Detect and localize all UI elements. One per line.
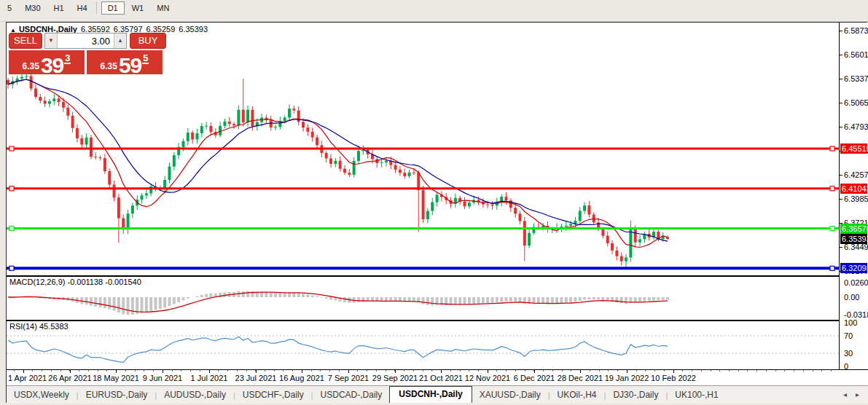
timeframe-button-w1[interactable]: W1 bbox=[126, 1, 150, 15]
date-tick bbox=[70, 370, 71, 373]
chart-tab-audusd-daily[interactable]: AUDUSD-,Daily bbox=[157, 388, 233, 403]
date-minor-tick bbox=[608, 370, 609, 371]
volume-increase-icon[interactable]: ▲ bbox=[114, 34, 126, 48]
date-tick bbox=[302, 370, 302, 373]
date-axis-label: 1 Jul 2021 bbox=[191, 374, 228, 382]
chart-tab-usdcnh-daily[interactable]: USDCNH-,Daily bbox=[389, 386, 472, 403]
date-minor-tick bbox=[311, 370, 312, 371]
date-minor-tick bbox=[144, 370, 144, 371]
date-tick bbox=[488, 370, 488, 373]
date-minor-tick bbox=[431, 370, 432, 371]
chart-tab-usdx-weekly[interactable]: USDX,Weekly bbox=[7, 388, 77, 403]
buy-price-panel[interactable]: 6.35 59 5 bbox=[87, 50, 163, 74]
buy-price-prefix: 6.35 bbox=[101, 61, 117, 71]
date-tick bbox=[673, 370, 674, 373]
price-axis-label: 6.58730 bbox=[844, 26, 868, 36]
date-minor-tick bbox=[376, 370, 377, 371]
date-tick bbox=[256, 370, 257, 373]
date-minor-tick bbox=[190, 370, 191, 371]
timeframe-button-mn[interactable]: MN bbox=[151, 1, 175, 15]
price-axis-tick bbox=[840, 199, 842, 200]
tab-scroll-left-icon[interactable]: ◂ bbox=[839, 390, 851, 398]
date-minor-tick bbox=[738, 370, 739, 371]
date-minor-tick bbox=[339, 370, 340, 371]
price-axis-label: 6.50650 bbox=[844, 98, 868, 108]
buy-button[interactable]: BUY bbox=[130, 33, 166, 49]
macd-pane[interactable]: MACD(12,26,9) -0.001138 -0.001540 bbox=[7, 277, 839, 320]
date-minor-tick bbox=[172, 370, 173, 371]
chart-tab-ukoil-h4[interactable]: UKOil-,H4 bbox=[550, 388, 604, 403]
date-tick bbox=[580, 370, 581, 373]
date-tick bbox=[23, 370, 24, 373]
timeframe-button-d1[interactable]: D1 bbox=[101, 1, 125, 15]
chart-tab-xauusd-daily[interactable]: XAUUSD-,Daily bbox=[472, 388, 548, 403]
date-minor-tick bbox=[51, 370, 52, 371]
main-chart-plot[interactable]: ▲USDCNH-,Daily6.355926.357976.352596.353… bbox=[7, 23, 839, 275]
chart-tab-eurusd-daily[interactable]: EURUSD-,Daily bbox=[79, 388, 155, 403]
rsi-pane[interactable]: RSI(14) 45.5383 bbox=[7, 321, 839, 369]
sell-price-panel[interactable]: 6.35 39 3 bbox=[9, 50, 85, 74]
sell-price-prefix: 6.35 bbox=[23, 61, 39, 71]
volume-input[interactable] bbox=[58, 34, 114, 48]
ohlc-close: 6.35393 bbox=[179, 25, 208, 34]
date-minor-tick bbox=[552, 370, 553, 371]
date-axis-label: 12 Nov 2021 bbox=[465, 374, 510, 382]
price-axis-label: 6.53370 bbox=[844, 74, 868, 84]
timeframe-toolbar: 5M30H1H4D1W1MN bbox=[0, 0, 868, 22]
date-minor-tick bbox=[367, 370, 367, 371]
date-minor-tick bbox=[246, 370, 247, 371]
tab-scroll-arrows: ◂▸ bbox=[839, 386, 868, 403]
timeframe-button-h4[interactable]: H4 bbox=[71, 1, 93, 15]
date-axis-label: 1 Apr 2021 bbox=[8, 374, 47, 382]
volume-decrease-icon[interactable]: ▼ bbox=[45, 34, 58, 48]
sell-button[interactable]: SELL bbox=[9, 33, 42, 49]
date-minor-tick bbox=[756, 370, 757, 371]
date-minor-tick bbox=[784, 370, 785, 371]
chart-tab-uk100-h1[interactable]: UK100-,H1 bbox=[668, 388, 725, 403]
price-badge: 6.36570 bbox=[840, 224, 867, 234]
date-minor-tick bbox=[469, 370, 469, 371]
rsi-axis-label: 70 bbox=[844, 331, 853, 341]
date-minor-tick bbox=[181, 370, 181, 371]
date-minor-tick bbox=[747, 370, 748, 371]
buy-price-sup: 5 bbox=[142, 54, 149, 64]
date-minor-tick bbox=[682, 370, 683, 371]
timeframe-button-m30[interactable]: M30 bbox=[19, 1, 46, 15]
chart-window: ▲USDCNH-,Daily6.355926.357976.352596.353… bbox=[6, 22, 867, 403]
price-axis-tick bbox=[840, 79, 842, 79]
chart-tab-dj30-daily[interactable]: DJ30-,Daily bbox=[606, 388, 665, 403]
price-axis-tick bbox=[840, 175, 842, 176]
date-tick bbox=[348, 370, 349, 373]
date-minor-tick bbox=[701, 370, 702, 371]
date-minor-tick bbox=[692, 370, 692, 371]
date-minor-tick bbox=[283, 370, 284, 371]
date-minor-tick bbox=[571, 370, 571, 371]
date-minor-tick bbox=[719, 370, 720, 371]
chart-tab-usdcad-daily[interactable]: USDCAD-,Daily bbox=[313, 388, 390, 403]
timeframe-button-5[interactable]: 5 bbox=[1, 1, 17, 15]
rsi-axis-label: 100 bbox=[844, 318, 857, 328]
date-axis-label: 7 Sep 2021 bbox=[328, 374, 369, 382]
date-axis[interactable]: 1 Apr 202126 Apr 202118 May 20219 Jun 20… bbox=[7, 370, 868, 385]
mt4-screen: 5M30H1H4D1W1MN ▲USDCNH-,Daily6.355926.35… bbox=[0, 0, 868, 405]
date-minor-tick bbox=[543, 370, 544, 371]
timeframe-button-h1[interactable]: H1 bbox=[48, 1, 70, 15]
date-minor-tick bbox=[711, 370, 711, 371]
date-tick bbox=[441, 370, 442, 373]
volume-spinner: ▼ ▲ bbox=[44, 33, 127, 49]
date-minor-tick bbox=[636, 370, 637, 371]
price-axis[interactable]: 6.587306.560106.533706.506506.479306.452… bbox=[839, 23, 868, 369]
date-tick bbox=[627, 370, 627, 373]
price-axis-label: 6.56010 bbox=[844, 50, 868, 60]
tab-scroll-right-icon[interactable]: ▸ bbox=[851, 390, 864, 398]
date-axis-label: 19 Jan 2022 bbox=[605, 374, 649, 382]
date-minor-tick bbox=[237, 370, 238, 371]
chart-tab-usdchf-daily[interactable]: USDCHF-,Daily bbox=[235, 388, 311, 403]
chart-tab-bar: USDX,Weekly|EURUSD-,Daily|AUDUSD-,Daily|… bbox=[7, 385, 868, 403]
date-tick bbox=[163, 370, 163, 373]
date-axis-label: 6 Dec 2021 bbox=[514, 374, 555, 382]
price-axis-tick bbox=[840, 127, 842, 127]
macd-label: MACD(12,26,9) -0.001138 -0.001540 bbox=[9, 278, 141, 286]
price-axis-label: 6.39850 bbox=[844, 194, 868, 204]
date-minor-tick bbox=[200, 370, 200, 371]
